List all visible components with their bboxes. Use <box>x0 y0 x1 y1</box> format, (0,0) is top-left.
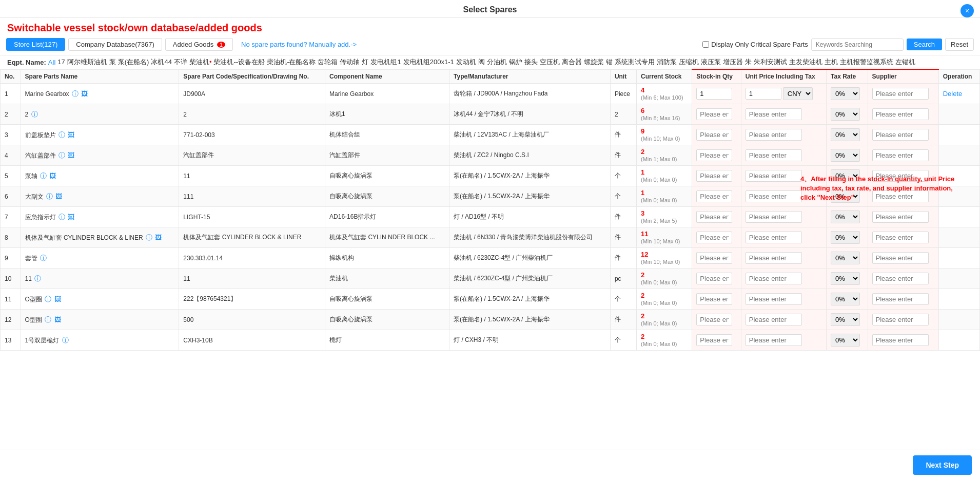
supplier-input[interactable] <box>872 334 929 346</box>
tax-rate-select[interactable]: 0%3%6%9%13% <box>831 149 860 162</box>
unit-price-input[interactable] <box>746 190 802 202</box>
eqpt-all[interactable]: All <box>48 59 55 66</box>
image-icon[interactable]: 🖼 <box>81 90 88 98</box>
stock-in-qty-input[interactable] <box>696 232 732 243</box>
image-icon[interactable]: 🖼 <box>54 295 61 303</box>
eqpt-item[interactable]: 朱利安测试 <box>754 58 787 66</box>
unit-price-input[interactable] <box>746 252 802 264</box>
eqpt-item[interactable]: 增压器 <box>723 58 743 66</box>
stock-in-qty-input[interactable] <box>696 252 732 264</box>
info-icon[interactable]: ⓘ <box>45 295 51 303</box>
eqpt-item[interactable]: 17 <box>57 58 65 66</box>
unit-price-input[interactable] <box>746 293 802 305</box>
stock-in-qty-input[interactable] <box>696 170 732 182</box>
eqpt-item[interactable]: 离合器 <box>562 58 582 66</box>
eqpt-item[interactable]: 冰机44 <box>151 58 171 66</box>
unit-price-input[interactable] <box>746 334 802 346</box>
stock-in-qty-input[interactable] <box>696 108 732 120</box>
tax-rate-select[interactable]: 0%3%6%9%13% <box>831 87 860 100</box>
supplier-input[interactable] <box>872 232 929 243</box>
supplier-input[interactable] <box>872 149 929 161</box>
eqpt-item[interactable]: 主机 <box>825 58 838 66</box>
unit-price-input[interactable] <box>746 273 802 284</box>
tax-rate-select[interactable]: 0%3%6%9%13% <box>831 108 860 121</box>
image-icon[interactable]: 🖼 <box>68 213 74 221</box>
supplier-input[interactable] <box>872 211 929 223</box>
eqpt-item[interactable]: 阀 <box>478 58 485 66</box>
eqpt-item[interactable]: 齿轮箱 <box>318 58 338 66</box>
next-step-button[interactable]: Next Step <box>913 455 972 475</box>
info-icon[interactable]: ⓘ <box>58 151 65 159</box>
unit-price-input[interactable] <box>746 232 802 243</box>
unit-price-input[interactable] <box>746 149 802 161</box>
supplier-input[interactable] <box>872 314 929 325</box>
reset-button[interactable]: Reset <box>945 38 974 51</box>
eqpt-item[interactable]: 泵 <box>109 58 116 66</box>
info-icon[interactable]: ⓘ <box>58 131 65 139</box>
tax-rate-select[interactable]: 0%3%6%9%13% <box>831 293 860 305</box>
eqpt-item[interactable]: 柴油机• <box>189 58 212 66</box>
eqpt-item[interactable]: 传动轴 <box>340 58 360 66</box>
image-icon[interactable]: 🖼 <box>55 193 62 200</box>
supplier-input[interactable] <box>872 293 929 305</box>
eqpt-item[interactable]: 空压机 <box>540 58 560 66</box>
eqpt-item[interactable]: 主发柴油机 <box>789 58 822 66</box>
critical-check-input[interactable] <box>702 41 709 48</box>
image-icon[interactable]: 🖼 <box>68 151 74 159</box>
supplier-input[interactable] <box>872 273 929 284</box>
eqpt-item[interactable]: 柴油机-在船名称 <box>267 58 316 66</box>
info-icon[interactable]: ⓘ <box>40 254 47 262</box>
eqpt-item[interactable]: 阿尔维斯油机 <box>67 58 107 66</box>
stock-in-qty-input[interactable] <box>696 293 732 305</box>
tab-added-goods[interactable]: Added Goods 1 <box>165 38 233 51</box>
eqpt-item[interactable]: 左锚机 <box>895 58 915 66</box>
eqpt-item[interactable]: 发动机 <box>456 58 476 66</box>
unit-price-input[interactable] <box>746 88 781 100</box>
tax-rate-select[interactable]: 0%3%6%9%13% <box>831 334 860 347</box>
eqpt-item[interactable]: 接头 <box>524 58 538 66</box>
tax-rate-select[interactable]: 0%3%6%9%13% <box>831 210 860 223</box>
manual-add-link[interactable]: No spare parts found? Manually add.-> <box>241 41 357 48</box>
search-button[interactable]: Search <box>907 39 942 50</box>
eqpt-item[interactable]: 发电机组1 <box>370 58 401 66</box>
info-icon[interactable]: ⓘ <box>31 110 38 118</box>
info-icon[interactable]: ⓘ <box>72 90 79 98</box>
eqpt-item[interactable]: 泵(在船名) <box>118 58 149 66</box>
image-icon[interactable]: 🖼 <box>155 234 162 241</box>
eqpt-item[interactable]: 系统测试专用 <box>615 58 655 66</box>
info-icon[interactable]: ⓘ <box>46 193 53 200</box>
supplier-input[interactable] <box>872 108 929 120</box>
supplier-input[interactable] <box>872 88 929 100</box>
close-button[interactable]: × <box>961 4 974 17</box>
stock-in-qty-input[interactable] <box>696 149 732 161</box>
unit-price-input[interactable] <box>746 211 802 223</box>
eqpt-item[interactable]: 螺旋桨 <box>584 58 604 66</box>
tab-store-list[interactable]: Store List(127) <box>6 38 65 51</box>
search-input[interactable] <box>811 39 904 51</box>
currency-select[interactable]: CNYUSDEUR <box>783 87 813 100</box>
image-icon[interactable]: 🖼 <box>68 131 74 139</box>
tax-rate-select[interactable]: 0%3%6%9%13% <box>831 313 860 326</box>
info-icon[interactable]: ⓘ <box>58 213 65 221</box>
stock-in-qty-input[interactable] <box>696 334 732 346</box>
tax-rate-select[interactable]: 0%3%6%9%13% <box>831 128 860 141</box>
stock-in-qty-input[interactable] <box>696 211 732 223</box>
stock-in-qty-input[interactable] <box>696 190 732 202</box>
stock-in-qty-input[interactable] <box>696 273 732 284</box>
stock-in-qty-input[interactable] <box>696 314 732 325</box>
info-icon[interactable]: ⓘ <box>62 336 69 344</box>
eqpt-item[interactable]: 消防泵 <box>657 58 677 66</box>
image-icon[interactable]: 🖼 <box>54 316 61 323</box>
stock-in-qty-input[interactable] <box>696 88 732 100</box>
tax-rate-select[interactable]: 0%3%6%9%13% <box>831 272 860 285</box>
tab-company-database[interactable]: Company Database(7367) <box>68 38 162 51</box>
eqpt-item[interactable]: 柴油机--设备在船 <box>213 58 265 66</box>
image-icon[interactable]: 🖼 <box>49 172 56 180</box>
tax-rate-select[interactable]: 0%3%6%9%13% <box>831 231 860 244</box>
eqpt-item[interactable]: 灯 <box>362 58 368 66</box>
eqpt-item[interactable]: 分油机 <box>487 58 507 66</box>
unit-price-input[interactable] <box>746 108 802 120</box>
unit-price-input[interactable] <box>746 170 802 182</box>
eqpt-item[interactable]: 压缩机 <box>679 58 699 66</box>
info-icon[interactable]: ⓘ <box>34 275 41 282</box>
